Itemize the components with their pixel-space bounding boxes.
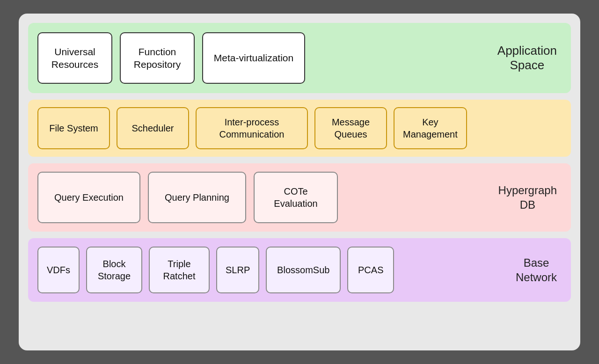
cote-evaluation-box: COTeEvaluation bbox=[254, 172, 338, 223]
meta-virtualization-box: Meta-virtualization bbox=[202, 32, 305, 84]
base-network-label: BaseNetwork bbox=[516, 255, 557, 284]
app-space-layer: UniversalResources FunctionRepository Me… bbox=[28, 23, 571, 93]
scheduler-box: Scheduler bbox=[117, 107, 189, 149]
query-planning-box: Query Planning bbox=[148, 172, 246, 223]
main-container: UniversalResources FunctionRepository Me… bbox=[19, 14, 580, 350]
pcas-box: PCAS bbox=[347, 247, 394, 293]
app-space-label: ApplicationSpace bbox=[497, 44, 557, 73]
db-label: HypergraphDB bbox=[498, 183, 557, 212]
function-repository-box: FunctionRepository bbox=[120, 32, 195, 84]
block-storage-box: BlockStorage bbox=[86, 247, 142, 293]
base-network-layer: VDFs BlockStorage TripleRatchet SLRP Blo… bbox=[28, 238, 571, 302]
query-execution-box: Query Execution bbox=[37, 172, 140, 223]
slrp-box: SLRP bbox=[216, 247, 259, 293]
universal-resources-box: UniversalResources bbox=[37, 32, 112, 84]
ipc-box: Inter-processCommunication bbox=[196, 107, 308, 149]
message-queues-box: MessageQueues bbox=[314, 107, 387, 149]
vdfs-box: VDFs bbox=[37, 247, 80, 293]
triple-ratchet-box: TripleRatchet bbox=[149, 247, 210, 293]
os-layer: File System Scheduler Inter-processCommu… bbox=[28, 100, 571, 157]
blossomsub-box: BlossomSub bbox=[266, 247, 341, 293]
file-system-box: File System bbox=[37, 107, 110, 149]
key-management-box: KeyManagement bbox=[394, 107, 467, 149]
db-layer: Query Execution Query Planning COTeEvalu… bbox=[28, 163, 571, 232]
